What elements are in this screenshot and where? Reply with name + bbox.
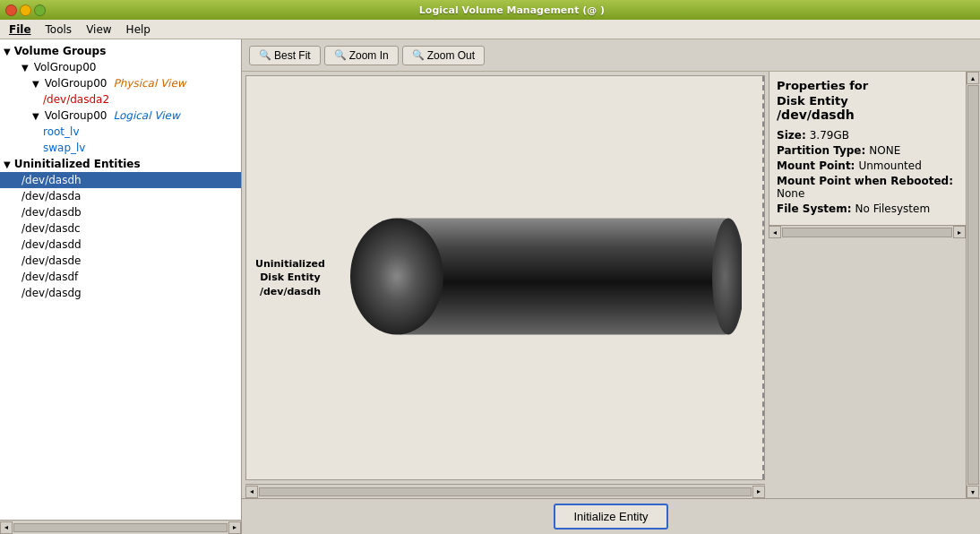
dev-dasdc-item[interactable]: /dev/dasdc (0, 220, 241, 237)
volgroup00-item[interactable]: ▼ VolGroup00 (0, 59, 241, 75)
initialize-entity-button[interactable]: Initialize Entity (554, 504, 667, 530)
visualization-container: Uninitialized Disk Entity /dev/dasdh (245, 75, 765, 480)
svg-rect-0 (397, 219, 728, 335)
vscroll-track[interactable] (967, 85, 979, 485)
dev-dasdb-item[interactable]: /dev/dasdb (0, 204, 241, 220)
canvas-hscroll: ◂ ▸ (245, 484, 765, 498)
physical-view-label: Physical View (113, 77, 185, 90)
window-title: Logical Volume Management (@ ) (49, 4, 975, 16)
prop-mount-value: Unmounted (858, 159, 921, 172)
cylinder-visualization (348, 214, 742, 342)
dev-dasda-item[interactable]: /dev/dasda (0, 188, 241, 204)
prop-size-row: Size: 3.79GB (777, 129, 959, 142)
dev-dasda2-label: /dev/dasda2 (43, 93, 109, 106)
prop-scroll-track[interactable] (782, 228, 952, 237)
prop-size-value: 3.79GB (810, 129, 849, 142)
close-button[interactable] (5, 4, 17, 16)
menu-view[interactable]: View (79, 22, 118, 38)
prop-scroll-right[interactable]: ▸ (953, 226, 966, 238)
viz-label-line2: Disk Entity (260, 271, 320, 283)
dev-dasdd-label: /dev/dasdd (21, 238, 82, 251)
dev-dasdb-label: /dev/dasdb (21, 206, 82, 219)
sidebar-scroll-track[interactable] (13, 523, 228, 532)
viz-label-line3: /dev/dasdh (260, 286, 321, 297)
sidebar: ▼ Volume Groups ▼ VolGroup00 ▼ VolGroup0… (0, 39, 242, 534)
sidebar-scroll-left[interactable]: ◂ (0, 521, 13, 534)
vscroll-up[interactable]: ▴ (967, 72, 979, 84)
uninitialized-header[interactable]: ▼ Uninitialized Entities (0, 156, 241, 172)
logical-view-item[interactable]: ▼ VolGroup00 Logical View (0, 108, 241, 124)
volume-groups-header[interactable]: ▼ Volume Groups (0, 43, 241, 59)
svg-point-2 (350, 219, 443, 335)
sidebar-scroll-right[interactable]: ▸ (228, 521, 241, 534)
toolbar: 🔍 Best Fit 🔍 Zoom In 🔍 Zoom Out (242, 39, 980, 72)
dev-dasdf-label: /dev/dasdf (21, 271, 78, 283)
dev-dasda-label: /dev/dasda (21, 190, 81, 202)
best-fit-button[interactable]: 🔍 Best Fit (249, 46, 321, 65)
menu-help[interactable]: Help (119, 22, 158, 38)
menu-tools[interactable]: Tools (39, 22, 80, 38)
volume-groups-label: Volume Groups (14, 45, 107, 57)
zoom-out-button[interactable]: 🔍 Zoom Out (402, 46, 485, 65)
main-container: ▼ Volume Groups ▼ VolGroup00 ▼ VolGroup0… (0, 39, 980, 534)
right-panel: 🔍 Best Fit 🔍 Zoom In 🔍 Zoom Out Uninitia… (242, 39, 980, 534)
pv-arrow: ▼ (32, 79, 39, 89)
physical-view-item[interactable]: ▼ VolGroup00 Physical View (0, 75, 241, 91)
uninitialized-label: Uninitialized Entities (14, 158, 141, 170)
window-controls (5, 4, 46, 16)
dev-dasdh-item[interactable]: /dev/dasdh (0, 172, 241, 188)
prop-title-line2: Disk Entity (777, 94, 959, 108)
lv-arrow: ▼ (32, 111, 39, 121)
dev-dasdd-item[interactable]: /dev/dasdd (0, 237, 241, 253)
best-fit-label: Best Fit (274, 49, 311, 62)
canvas-scroll-left[interactable]: ◂ (245, 486, 258, 498)
volgroup00-lv-label: VolGroup00 (45, 109, 107, 122)
prop-filesystem-value: No Filesystem (855, 202, 931, 215)
vscroll-down[interactable]: ▾ (967, 486, 979, 498)
viz-label-line1: Uninitialized (255, 258, 325, 270)
viz-label: Uninitialized Disk Entity /dev/dasdh (255, 257, 325, 298)
prop-partition-label: Partition Type: (777, 144, 865, 157)
root-lv-label: root_lv (43, 125, 80, 138)
prop-partition-value: NONE (869, 144, 900, 157)
prop-partition-row: Partition Type: NONE (777, 144, 959, 157)
prop-title-line1: Properties for (777, 79, 959, 92)
dev-dasdc-label: /dev/dasdc (21, 222, 81, 235)
dev-dasdf-item[interactable]: /dev/dasdf (0, 269, 241, 285)
prop-mount-reboot-label: Mount Point when Rebooted: (777, 175, 953, 187)
prop-mount-row: Mount Point: Unmounted (777, 159, 959, 172)
canvas-area: Uninitialized Disk Entity /dev/dasdh (242, 72, 980, 498)
vg00-arrow: ▼ (21, 63, 29, 73)
menu-bar: File Tools View Help (0, 20, 980, 39)
dev-dasdg-label: /dev/dasdg (21, 287, 82, 299)
dev-dasde-item[interactable]: /dev/dasde (0, 253, 241, 269)
prop-device: /dev/dasdh (777, 108, 959, 122)
menu-file[interactable]: File (2, 22, 39, 38)
zoom-in-icon: 🔍 (334, 49, 347, 61)
prop-size-label: Size: (777, 129, 806, 142)
swap-lv-label: swap_lv (43, 142, 85, 154)
logical-view-label: Logical View (113, 109, 179, 122)
right-vscroll: ▴ ▾ (966, 72, 980, 498)
zoom-in-label: Zoom In (349, 49, 389, 62)
swap-lv-item[interactable]: swap_lv (0, 140, 241, 156)
prop-mount-reboot-row: Mount Point when Rebooted: None (777, 175, 959, 200)
volgroup00-pv-label: VolGroup00 (45, 77, 107, 90)
maximize-button[interactable] (34, 4, 46, 16)
dev-dasda2-item[interactable]: /dev/dasda2 (0, 91, 241, 108)
best-fit-icon: 🔍 (259, 49, 271, 61)
prop-scroll-left[interactable]: ◂ (769, 226, 781, 238)
zoom-out-label: Zoom Out (427, 49, 475, 62)
zoom-in-button[interactable]: 🔍 Zoom In (324, 46, 399, 65)
canvas-scroll-right[interactable]: ▸ (752, 486, 765, 498)
title-bar: Logical Volume Management (@ ) (0, 0, 980, 20)
minimize-button[interactable] (20, 4, 31, 16)
uninit-arrow: ▼ (4, 159, 11, 169)
prop-hscroll: ◂ ▸ (769, 225, 966, 239)
dev-dasdg-item[interactable]: /dev/dasdg (0, 285, 241, 301)
prop-mount-reboot-value: None (777, 187, 804, 200)
root-lv-item[interactable]: root_lv (0, 124, 241, 140)
dev-dasdh-label: /dev/dasdh (21, 174, 82, 186)
prop-mount-label: Mount Point: (777, 159, 855, 172)
canvas-scroll-track[interactable] (259, 487, 752, 496)
